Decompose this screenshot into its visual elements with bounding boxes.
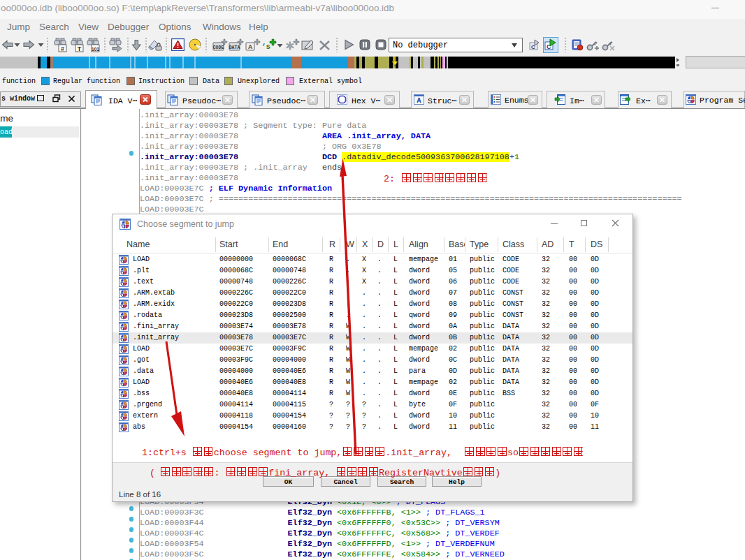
- svg-text:#: #: [61, 45, 64, 52]
- svg-text:DATA: DATA: [229, 45, 240, 50]
- svg-text:CODE: CODE: [213, 45, 224, 50]
- svg-text:A: A: [417, 97, 421, 105]
- svg-text:A: A: [248, 43, 252, 50]
- svg-text:101: 101: [92, 47, 99, 52]
- svg-text:‘s: ‘s: [261, 43, 270, 51]
- svg-text:T: T: [78, 45, 82, 52]
